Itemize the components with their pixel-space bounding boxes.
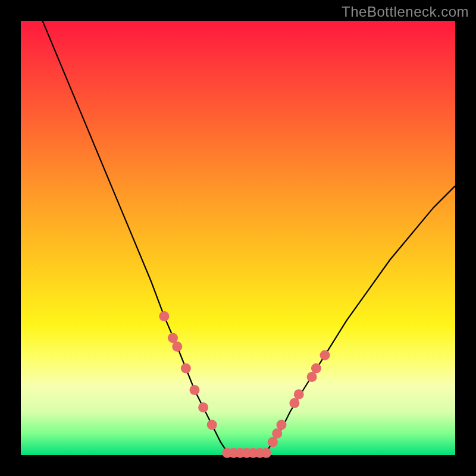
data-marker [261,448,271,458]
data-marker [181,364,191,374]
data-marker [311,364,321,374]
bottleneck-curve [43,21,456,455]
data-marker [190,385,200,395]
data-marker [168,333,178,343]
data-marker [159,311,169,321]
plot-area [21,21,455,455]
curve-group [43,21,456,455]
marker-group [159,311,330,458]
data-marker [320,350,330,361]
data-marker [289,398,299,408]
data-marker [207,419,217,430]
data-marker [277,419,287,430]
data-marker [307,372,317,382]
data-marker [294,389,304,399]
data-marker [172,342,182,352]
watermark-text: TheBottleneck.com [342,4,469,20]
data-marker [272,428,282,439]
chart-svg [21,21,455,455]
data-marker [268,437,278,447]
chart-container: TheBottleneck.com [0,0,476,476]
data-marker [198,402,208,412]
